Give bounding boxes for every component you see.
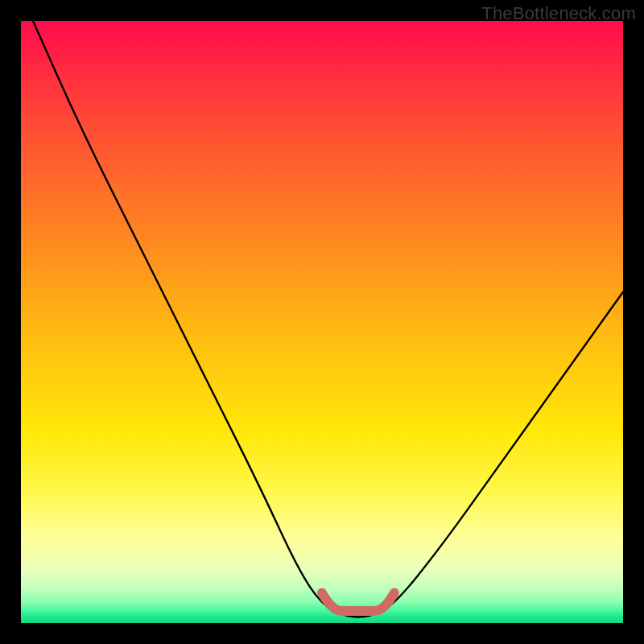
- flat-minimum-highlight: [322, 593, 394, 611]
- watermark-text: TheBottleneck.com: [481, 3, 636, 24]
- chart-frame: TheBottleneck.com: [0, 0, 644, 644]
- chart-plot-area: [21, 21, 623, 623]
- bottleneck-curve-path: [33, 21, 623, 617]
- chart-svg: [21, 21, 623, 623]
